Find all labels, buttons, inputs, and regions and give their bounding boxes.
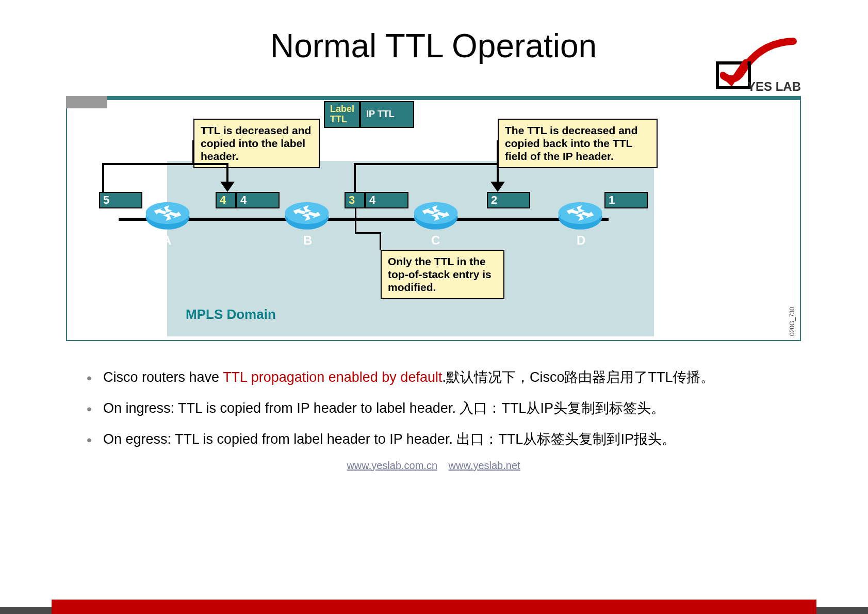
packet-label-ttl: 3 — [345, 192, 365, 208]
mpls-domain-label: MPLS Domain — [186, 306, 276, 322]
packet-5: 5 — [99, 192, 142, 208]
connector-line — [497, 140, 499, 165]
connector-line — [380, 233, 381, 250]
router-a-icon — [144, 201, 191, 233]
packet-ip-ttl: 4 — [236, 192, 280, 208]
bullet-text: Cisco routers have — [103, 369, 223, 385]
connector-line — [192, 140, 194, 165]
packet-2: 2 — [487, 192, 530, 208]
footer-link-2[interactable]: www.yeslab.net — [449, 460, 520, 471]
packet-legend: Label TTL IP TTL — [324, 101, 414, 128]
yeslab-logo: YES LAB — [708, 37, 801, 94]
bullet-highlight: TTL propagation enabled by default — [223, 369, 442, 385]
connector-line — [354, 163, 356, 192]
connector-line — [226, 163, 228, 183]
arrow-icon — [220, 182, 235, 192]
packet-ip-ttl: 2 — [487, 192, 530, 208]
ttl-diagram: Label TTL IP TTL TTL is decreased and co… — [66, 96, 801, 341]
connector-line — [355, 232, 381, 234]
router-b-icon — [284, 201, 330, 233]
footer-links: www.yeslab.com.cn www.yeslab.net — [66, 460, 801, 472]
packet-ip-ttl: 1 — [604, 192, 648, 208]
router-d-icon — [557, 201, 603, 233]
bullet-1: Cisco routers have TTL propagation enabl… — [87, 367, 801, 389]
router-label-c: C — [431, 233, 440, 248]
packet-label-ttl: 4 — [216, 192, 236, 208]
router-label-b: B — [303, 233, 312, 248]
connector-line — [102, 163, 194, 165]
logo-text: YES LAB — [747, 79, 801, 94]
svg-point-8 — [558, 202, 602, 224]
packet-1: 1 — [604, 192, 648, 208]
legend-ip-ttl: IP TTL — [360, 101, 414, 128]
packet-3: 3 4 — [345, 192, 408, 208]
diagram-tab — [66, 96, 107, 108]
router-c-icon — [413, 201, 459, 233]
arrow-icon — [490, 182, 505, 192]
bullet-text: .默认情况下，Cisco路由器启用了TTL传播。 — [442, 369, 714, 385]
connector-line — [102, 163, 104, 192]
connector-line — [355, 208, 356, 233]
bullet-2: On ingress: TTL is copied from IP header… — [87, 398, 801, 419]
bullet-3: On egress: TTL is copied from label head… — [87, 429, 801, 450]
callout-ingress: TTL is decreased and copied into the lab… — [193, 119, 320, 168]
packet-ip-ttl: 4 — [365, 192, 408, 208]
footer-bars — [0, 596, 868, 614]
image-code: 020G_730 — [789, 307, 796, 336]
slide-title: Normal TTL Operation — [66, 27, 801, 65]
callout-egress: The TTL is decreased and copied back int… — [498, 119, 658, 168]
bullet-list: Cisco routers have TTL propagation enabl… — [66, 367, 801, 450]
packet-ip-ttl: 5 — [99, 192, 142, 208]
router-link-line — [119, 218, 609, 221]
footer-bar-red — [52, 600, 816, 614]
router-label-d: D — [577, 233, 585, 248]
connector-line — [497, 163, 499, 183]
connector-line — [192, 163, 228, 165]
legend-label-ttl: Label TTL — [324, 101, 360, 128]
connector-line — [354, 163, 499, 165]
callout-topofstack: Only the TTL in the top-of-stack entry i… — [381, 250, 504, 299]
svg-point-6 — [414, 202, 457, 224]
svg-point-4 — [285, 202, 329, 224]
footer-link-1[interactable]: www.yeslab.com.cn — [347, 460, 437, 471]
packet-4: 4 4 — [216, 192, 280, 208]
svg-point-2 — [145, 202, 189, 224]
router-label-a: A — [162, 233, 171, 248]
